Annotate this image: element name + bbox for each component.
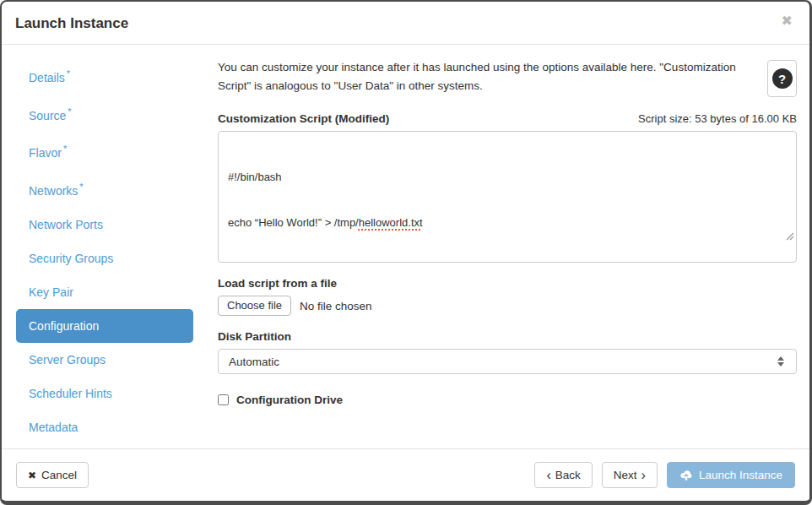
cancel-button[interactable]: ✖ Cancel — [16, 462, 89, 488]
sidebar-item-label: Scheduler Hints — [29, 387, 112, 400]
disk-partition-label: Disk Partition — [218, 330, 797, 343]
resize-grip[interactable] — [755, 214, 794, 260]
file-chosen-status: No file chosen — [300, 300, 372, 312]
sidebar-item-label: Networks — [29, 184, 78, 198]
script-line: #!/bin/bash — [228, 170, 787, 185]
x-icon: ✖ — [28, 470, 36, 481]
launch-instance-modal: Launch Instance ✖ Details* Source* Flavo… — [0, 0, 812, 505]
script-size-text: Script size: 53 bytes of 16.00 KB — [638, 112, 797, 125]
next-button[interactable]: Next › — [602, 462, 658, 488]
modal-title: Launch Instance — [15, 15, 128, 31]
sidebar-item-label: Server Groups — [29, 353, 106, 367]
wizard-nav: Details* Source* Flavor* Networks* Netwo… — [2, 45, 205, 448]
sidebar-item-label: Metadata — [29, 421, 78, 434]
cancel-label: Cancel — [41, 469, 77, 481]
help-icon: ? — [772, 68, 793, 89]
sidebar-item-server-groups[interactable]: Server Groups — [16, 343, 193, 377]
launch-instance-button[interactable]: Launch Instance — [667, 462, 795, 488]
configuration-panel: You can customize your instance after it… — [205, 45, 809, 448]
required-asterisk: * — [79, 182, 83, 192]
sidebar-item-details[interactable]: Details* — [16, 57, 193, 95]
back-label: Back — [555, 469, 581, 481]
chevron-right-icon: › — [641, 469, 646, 482]
disk-partition-value: Automatic — [229, 356, 777, 368]
back-button[interactable]: ‹ Back — [534, 462, 592, 488]
sidebar-item-key-pair[interactable]: Key Pair — [16, 275, 193, 309]
modal-footer: ✖ Cancel ‹ Back Next › Launch Instance — [2, 448, 809, 501]
sidebar-item-label: Network Ports — [29, 218, 103, 231]
sidebar-item-label: Flavor — [29, 146, 62, 160]
script-line: echo “Hello World!” > /tmp/helloworld.tx… — [228, 215, 787, 231]
cloud-upload-icon — [679, 470, 693, 481]
disk-partition-select[interactable]: Automatic — [218, 349, 797, 374]
required-asterisk: * — [67, 68, 70, 79]
select-stepper-icon — [777, 356, 784, 367]
configuration-drive-label[interactable]: Configuration Drive — [236, 394, 343, 406]
launch-label: Launch Instance — [699, 469, 782, 481]
modal-header: Launch Instance ✖ — [2, 2, 809, 45]
chevron-left-icon: ‹ — [546, 469, 550, 482]
required-asterisk: * — [68, 106, 71, 117]
misspelled-word: helloworld.txt — [359, 216, 423, 229]
sidebar-item-flavor[interactable]: Flavor* — [16, 132, 193, 170]
load-script-label: Load script from a file — [218, 277, 797, 290]
sidebar-item-networks[interactable]: Networks* — [16, 170, 193, 208]
panel-description: You can customize your instance after it… — [218, 58, 767, 95]
modal-body: Details* Source* Flavor* Networks* Netwo… — [2, 45, 809, 448]
sidebar-item-label: Key Pair — [29, 285, 73, 299]
close-icon[interactable]: ✖ — [782, 14, 793, 28]
sidebar-item-source[interactable]: Source* — [16, 95, 193, 133]
sidebar-item-label: Details — [29, 71, 65, 84]
choose-file-button[interactable]: Choose file — [218, 296, 291, 316]
sidebar-item-label: Security Groups — [29, 252, 113, 265]
sidebar-item-security-groups[interactable]: Security Groups — [16, 242, 193, 275]
sidebar-item-configuration[interactable]: Configuration — [16, 309, 193, 343]
next-label: Next — [614, 469, 637, 481]
sidebar-item-network-ports[interactable]: Network Ports — [16, 208, 193, 242]
sidebar-item-label: Source — [29, 108, 66, 122]
sidebar-item-scheduler-hints[interactable]: Scheduler Hints — [16, 377, 193, 410]
configuration-drive-checkbox[interactable] — [218, 394, 229, 405]
customization-script-label: Customization Script (Modified) — [218, 112, 389, 125]
sidebar-item-metadata[interactable]: Metadata — [16, 410, 193, 444]
customization-script-textarea[interactable]: #!/bin/bash echo “Hello World!” > /tmp/h… — [218, 131, 797, 263]
help-button[interactable]: ? — [767, 60, 797, 97]
required-asterisk: * — [63, 144, 67, 154]
sidebar-item-label: Configuration — [29, 319, 99, 333]
